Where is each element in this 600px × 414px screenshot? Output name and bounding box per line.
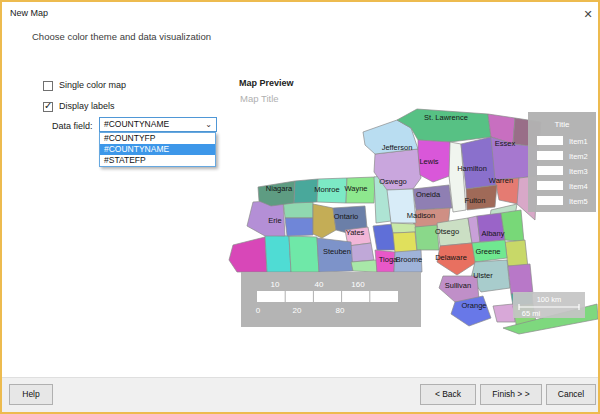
county-label-delaware: Delaware [435, 253, 467, 262]
county-tompkins [393, 232, 417, 253]
county-wyoming [285, 218, 313, 236]
county-label-sullivan: Sullivan [445, 281, 471, 290]
dropdown-item-countyfp[interactable]: #COUNTYFP [100, 133, 215, 144]
svg-text:0: 0 [256, 306, 261, 315]
combobox-value: #COUNTYNAME [104, 119, 169, 129]
county-label-albany: Albany [482, 229, 505, 238]
svg-text:65 mi: 65 mi [522, 309, 541, 318]
county-chautauqua [229, 237, 267, 272]
county-label-yates: Yates [346, 228, 365, 237]
county-label-orange: Orange [461, 301, 486, 310]
dialog-title: New Map [10, 8, 48, 18]
display-labels-checkbox[interactable]: ✓ [43, 102, 53, 112]
data-field-combobox[interactable]: #COUNTYNAME ⌄ [99, 117, 217, 132]
county-allegany [289, 236, 319, 272]
single-color-map-checkbox[interactable] [43, 81, 53, 91]
county-label-ontario: Ontario [334, 212, 359, 221]
county-label-greene: Greene [475, 247, 500, 256]
svg-text:100 km: 100 km [537, 295, 562, 304]
svg-text:Item5: Item5 [569, 197, 588, 206]
svg-text:Title: Title [555, 120, 570, 129]
cancel-button[interactable]: Cancel [546, 384, 596, 405]
data-field-dropdown-list: #COUNTYFP#COUNTYNAME#STATEFP [99, 132, 216, 167]
map-preview-canvas: 104016002080100 km65 miTitleItem1Item2It… [225, 90, 600, 342]
checkmark-icon: ✓ [44, 100, 52, 111]
new-map-dialog: New Map ✕ Choose color theme and data vi… [0, 0, 600, 414]
map-preview-header: Map Preview [239, 78, 294, 88]
svg-text:80: 80 [336, 306, 345, 315]
county-label-lewis: Lewis [419, 157, 438, 166]
county-label-oswego: Oswego [379, 177, 407, 186]
county-cortland [391, 223, 416, 233]
back-button[interactable]: < Back [420, 384, 476, 405]
county-dutchess [508, 264, 533, 294]
county-columbia [505, 240, 528, 268]
county-label-fulton: Fulton [465, 196, 486, 205]
county-label-wayne: Wayne [344, 184, 367, 193]
chevron-down-icon: ⌄ [205, 118, 212, 131]
svg-text:Item4: Item4 [569, 182, 588, 191]
county-label-ulster: Ulster [473, 271, 493, 280]
dropdown-item-statefp[interactable]: #STATEFP [100, 155, 215, 166]
county-livingston [313, 204, 336, 238]
county-chemung [351, 260, 377, 272]
finish-button[interactable]: Finish > > [480, 384, 542, 405]
county-rockland [493, 304, 515, 322]
svg-text:20: 20 [293, 306, 302, 315]
county-label-st-lawrence: St. Lawrence [424, 113, 468, 122]
county-label-niagara: Niagara [266, 184, 293, 193]
svg-text:Item3: Item3 [569, 167, 588, 176]
county-label-jefferson: Jefferson [382, 143, 413, 152]
county-label-warren: Warren [489, 176, 513, 185]
county-label-broome: Broome [396, 255, 422, 264]
county-label-otsego: Otsego [435, 227, 459, 236]
county-label-madison: Madison [407, 211, 435, 220]
svg-text:160: 160 [351, 280, 365, 289]
county-label-hamilton: Hamilton [457, 164, 487, 173]
dropdown-item-countyname[interactable]: #COUNTYNAME [100, 144, 215, 155]
county-label-essex: Essex [495, 139, 516, 148]
county-label-steuben: Steuben [323, 247, 351, 256]
close-icon[interactable]: ✕ [580, 6, 596, 22]
svg-text:40: 40 [315, 280, 324, 289]
single-color-map-label: Single color map [59, 80, 126, 90]
county-label-monroe: Monroe [314, 185, 339, 194]
svg-text:Item2: Item2 [569, 152, 588, 161]
data-field-label: Data field: [52, 121, 93, 131]
svg-text:Item1: Item1 [569, 137, 588, 146]
display-labels-label: Display labels [59, 101, 115, 111]
county-label-erie: Erie [268, 216, 281, 225]
help-button[interactable]: Help [9, 384, 53, 405]
page-subtitle: Choose color theme and data visualizatio… [32, 31, 211, 42]
svg-text:10: 10 [271, 280, 280, 289]
county-cattaraugus [265, 235, 291, 272]
county-label-oneida: Oneida [416, 190, 441, 199]
